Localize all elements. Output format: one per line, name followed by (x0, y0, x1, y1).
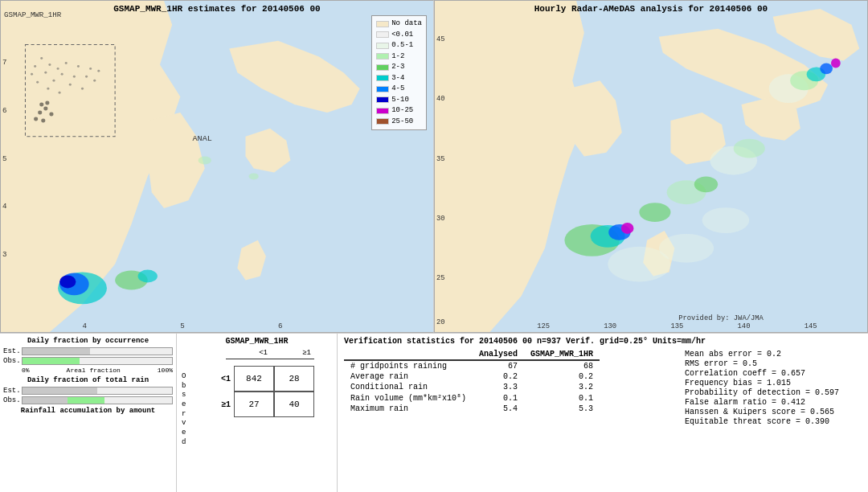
svg-text:6: 6 (278, 322, 282, 330)
stat-4: Probability of detection = 0.597 (685, 388, 862, 397)
verif-row-2-label: Conditional rain (344, 382, 473, 392)
svg-point-33 (138, 270, 158, 283)
stat-2: Correlation coeff = 0.657 (685, 369, 862, 378)
legend-item-4-5: 4-5 (376, 84, 422, 95)
ct-cell-27: 27 (234, 392, 274, 417)
svg-text:130: 130 (604, 322, 616, 330)
svg-point-3 (44, 72, 47, 74)
stats-left-panel: Daily fraction by occurrence Est. Obs. 0… (0, 334, 177, 492)
verif-row-4: Maximum rain 5.4 5.3 (344, 404, 600, 414)
contingency-panel: GSMAP_MWR_1HR <1 ≥1 Observed <1 842 28 (177, 334, 338, 492)
svg-point-13 (93, 80, 96, 82)
verif-row-3-label: Rain volume (mm*km²x10⁸) (344, 392, 473, 404)
svg-text:7: 7 (2, 59, 6, 68)
svg-point-62 (659, 234, 714, 263)
axis-mid-1: Areal fraction (67, 367, 121, 374)
svg-point-6 (52, 80, 55, 82)
est-label-1: Est. (3, 347, 19, 355)
svg-point-15 (40, 57, 43, 59)
ct-cell-28: 28 (274, 366, 314, 392)
svg-point-17 (31, 73, 33, 76)
svg-point-35 (249, 173, 259, 179)
verif-row-1-analysed: 0.2 (473, 371, 524, 382)
obs-bar-row-2: Obs. (3, 396, 173, 404)
svg-point-34 (199, 157, 211, 165)
stat-0: Mean abs error = 0.2 (685, 350, 862, 359)
legend-label-lt001: <0.01 (391, 30, 413, 41)
legend-label-3-4: 3-4 (391, 73, 404, 84)
ct-divider (226, 359, 314, 359)
svg-text:25: 25 (436, 274, 445, 282)
ct-cell-842: 842 (234, 366, 274, 392)
svg-point-8 (69, 84, 72, 86)
svg-point-51 (639, 203, 670, 222)
verif-row-0-gsmap: 68 (524, 361, 600, 371)
svg-point-53 (694, 176, 718, 192)
legend-color-3-4 (376, 75, 389, 81)
svg-point-5 (65, 62, 68, 64)
legend-label-1-2: 1-2 (391, 51, 404, 63)
svg-point-57 (820, 63, 833, 74)
svg-text:20: 20 (436, 318, 445, 326)
section3-title: Rainfall accumulation by amount (3, 407, 173, 415)
verif-row-3-analysed: 0.1 (473, 392, 524, 404)
obs-bar-fill-1 (23, 358, 80, 364)
left-map-panel: GSMAP_MWR_1HR estimates for 20140506 00 (0, 0, 434, 333)
legend-color-nodata (376, 21, 389, 27)
ct-row-lt1: <1 842 28 (195, 366, 314, 392)
verif-table: Analysed GSMAP_MWR_1HR # gridpoints rain… (344, 349, 600, 414)
verif-col-gsmap: GSMAP_MWR_1HR (524, 349, 600, 360)
svg-point-14 (97, 70, 100, 72)
ct-title: GSMAP_MWR_1HR (182, 337, 332, 346)
verif-row-1: Average rain 0.2 0.2 (344, 371, 600, 382)
svg-point-4 (61, 73, 63, 76)
obs-bar-track-2 (22, 396, 173, 404)
svg-text:45: 45 (436, 35, 445, 43)
est-bar-fill-2 (23, 387, 97, 394)
svg-point-25 (34, 117, 38, 121)
svg-point-26 (49, 112, 53, 116)
verif-title: Verification statistics for 20140506 00 … (344, 337, 862, 346)
legend-color-4-5 (376, 86, 389, 92)
svg-point-7 (73, 76, 76, 78)
maps-row: GSMAP_MWR_1HR estimates for 20140506 00 (0, 0, 868, 334)
verif-row-2-analysed: 3.3 (473, 382, 524, 392)
ct-cell-40: 40 (274, 392, 314, 417)
bottom-row: Daily fraction by occurrence Est. Obs. 0… (0, 334, 868, 492)
axis-start-1: 0% (22, 367, 30, 374)
obs-bar-track-1 (22, 357, 173, 365)
verif-columns: Analysed GSMAP_MWR_1HR # gridpoints rain… (344, 349, 862, 427)
svg-point-11 (89, 68, 92, 70)
svg-point-9 (77, 65, 80, 68)
stat-7: Equitable threat score = 0.390 (685, 417, 862, 426)
right-map-panel: Hourly Radar-AMeDAS analysis for 2014050… (434, 0, 868, 333)
ct-table-area: <1 842 28 ≥1 27 40 (195, 366, 314, 417)
svg-point-20 (59, 92, 61, 94)
legend-item-10-25: 10-25 (376, 105, 422, 117)
section2-title: Daily fraction of total rain (3, 376, 173, 384)
right-map-svg: 45 40 35 30 25 20 125 130 135 140 145 Pr… (435, 1, 867, 332)
legend-item-lt001: <0.01 (376, 30, 422, 41)
svg-text:5: 5 (180, 322, 184, 330)
svg-text:6: 6 (2, 106, 6, 115)
legend-label-nodata: No data (391, 18, 422, 30)
ct-col-ge1: ≥1 (302, 349, 311, 357)
total-rain-bar-chart: Est. Obs. (3, 387, 173, 404)
est-label-2: Est. (3, 387, 19, 395)
verif-left-col: Analysed GSMAP_MWR_1HR # gridpoints rain… (344, 349, 685, 427)
legend-label-10-25: 10-25 (391, 105, 413, 117)
svg-text:5: 5 (2, 154, 6, 163)
verif-row-0: # gridpoints raining 67 68 (344, 361, 600, 371)
legend-item-25-50: 25-50 (376, 117, 422, 128)
svg-point-58 (831, 58, 841, 68)
ct-obs-label: Observed (182, 372, 194, 448)
legend-color-1-2 (376, 53, 389, 59)
ct-col-headers: <1 ≥1 (182, 349, 332, 357)
legend-label-2-3: 2-3 (391, 62, 404, 73)
legend-color-lt001 (376, 31, 389, 38)
right-map-title: Hourly Radar-AMeDAS analysis for 2014050… (534, 4, 768, 14)
svg-point-18 (36, 81, 39, 84)
svg-point-31 (59, 276, 76, 289)
axis-end-1: 100% (158, 367, 173, 374)
svg-text:30: 30 (436, 215, 445, 223)
